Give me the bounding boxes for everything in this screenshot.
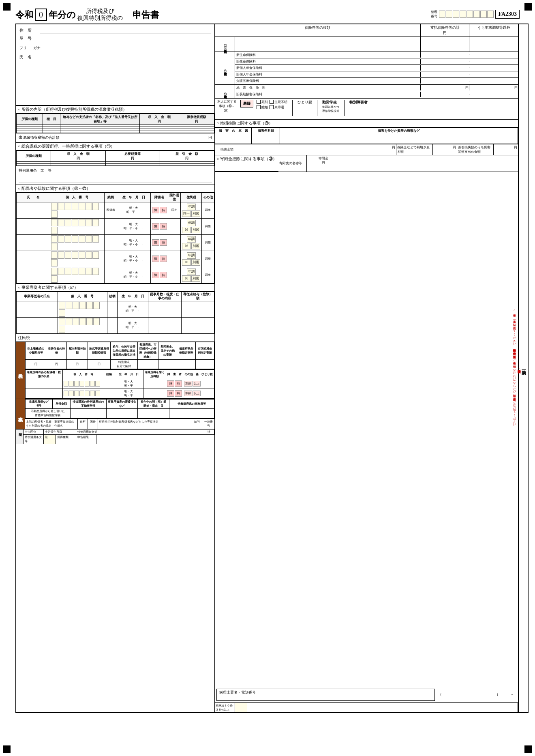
zeiritsu-label: 税率法３０条３５%以上 [215, 703, 235, 712]
kinro-section: 勤労学生 年調以外かつ専修学校校等 [322, 100, 339, 113]
furi-label: フリ [19, 45, 32, 51]
seiri-bottom: 整理欄 申告区分 申告等年月日 特例適用条文等 法 特例適用条文等 法 所得種類 [16, 429, 214, 444]
songai-label: 損害金額 [215, 144, 239, 155]
title-sub1: 所得税及び [77, 8, 123, 15]
header: 令和 0 年分の 所得税及び 復興特別所得税の 申告書 整理 番号 [15, 8, 520, 22]
saihiki-label: 差引損失額のうち災害関連支出の金額 [457, 144, 494, 155]
side-label-column: 第一表 （令和五年分以降用） ○第二表は、第一表と一緒に提出してください。国民年… [518, 24, 528, 712]
family-col-disabled: 障害者 [150, 193, 168, 202]
outside-label: 国外 [88, 419, 98, 429]
check-rikon: 離婚 [257, 105, 268, 110]
hoken-label: 保険金などで補填される額 [396, 144, 433, 155]
corner-bl [3, 745, 11, 753]
title-reiwa: 令和 [15, 9, 33, 21]
ret-col-disabled: 障 害 者 [166, 369, 183, 379]
dedicated-label: 所得税で控除対象配偶者氏などとした専従者名 [98, 419, 192, 429]
business-worker-title: ○ 事業専従者に関する事項（57） [16, 284, 214, 292]
social-insurance-row: ⑬⑭社会保険料控除 [215, 37, 518, 52]
haisai-check-items: 死別 生死不明 [257, 100, 287, 104]
business-worker-section: ○ 事業専従者に関する事項（57） 事業専従者の氏名 個 人 番 号 続柄 生 … [16, 284, 214, 334]
family-address-row: 上記の配偶者・親族・事業専従者氏のうち別居の者の氏名・住所名 住所 国外 所得税… [25, 419, 214, 429]
transfer-col4: 差 引 金 額 円 [160, 150, 214, 161]
disaster-col1: 損 害 の 原 因 [215, 127, 252, 134]
bw-col-relation: 続柄 [107, 292, 117, 301]
ret-row-2: 明・大昭・平 障 特 [26, 389, 214, 398]
seiri-box-3 [453, 11, 459, 18]
shimei-input[interactable] [33, 53, 155, 61]
ret-col-income: 退職所得を除く所得額 [143, 369, 166, 379]
shimei-row: 氏 名 [19, 53, 155, 61]
kyuyo-label: 給与 [192, 419, 202, 429]
corner-br [524, 745, 532, 753]
left-column: 住 所 屋 号 フリ ガナ 氏 名 [16, 24, 215, 712]
ret-col-birthday: 生 年 月 日 [114, 369, 143, 379]
seiri-bottom-content: 申告区分 申告等年月日 特例適用条文等 法 特例適用条文等 法 所得種類 申告期… [24, 430, 214, 444]
income-col2: 種 目 [43, 114, 60, 125]
source-tax-input[interactable] [63, 135, 205, 141]
family-row-4: 明・大 昭・平・令 ・ 障 特 [17, 251, 214, 267]
special-clause-input[interactable] [19, 175, 212, 183]
jutax-col8: 都道府県条例指定寄附 [177, 342, 195, 359]
ret-row-1: 明・大昭・平 障 特 [26, 379, 214, 389]
transfer-col3: 必要経費等 円 [105, 150, 160, 161]
address-section: 住 所 屋 号 フリ ガナ 氏 名 [16, 24, 214, 105]
saihiki-amount: 円 [494, 144, 518, 155]
seiri-bottom-row1: 申告区分 申告等年月日 特例適用条文等 法 [24, 430, 214, 435]
ins-item-shinkojin: 新個人年金保険料 [235, 65, 518, 71]
seiri-bottom-label: 整理欄 [16, 430, 24, 444]
heya-input[interactable] [40, 36, 211, 42]
family-col-mynumber: 個 人 番 号 [50, 193, 104, 202]
check-seishi: 生死不明 [270, 100, 287, 104]
seiri-label: 整理 番号 [431, 10, 437, 19]
seiri-box-2 [446, 11, 452, 18]
business-worker-table: 事業専従者の氏名 個 人 番 号 続柄 生 年 月 日 従事月数・程度・仕事の内… [16, 292, 214, 334]
shinkoku-date-label: 申告等年月日 [44, 430, 76, 434]
furi-row: フリ ガナ [19, 45, 155, 51]
disaster-table: 損 害 の 原 因 損害年月日 損害を受けた資産の種類など [215, 127, 518, 144]
title-sub: 所得税及び 復興特別所得税の [77, 8, 123, 22]
address-row-jyusho: 住 所 [19, 28, 211, 34]
zeiritsu-box [235, 703, 247, 712]
form-id: FA2303 [495, 10, 520, 19]
jutax-col9: 市区町村条例指定寄附 [195, 342, 214, 359]
source-tax-unit: 円 [208, 135, 212, 140]
disaster-section: ○ 雑損控除に関する事項（㉖） 損 害 の 原 因 損害年月日 損害を受けた資産… [215, 119, 518, 155]
special-clause: 特例適用条 文 等 [16, 166, 214, 185]
hitorishin-label: ひとり親 [297, 100, 312, 105]
tax-accountant-box[interactable]: 税理士署名・電話番号 [216, 689, 435, 701]
header-right: 整理 番号 FA2303 [431, 10, 520, 20]
seiri-area: 整理 番号 FA2303 [431, 10, 520, 19]
ins-item-kyusei: 旧生命保険料 [235, 58, 518, 65]
tokubetsu-label: 特例適用条文等 [76, 430, 206, 434]
jigtax-col1: 非課税所得など番号 [26, 399, 53, 408]
seiri-box-7 [480, 11, 487, 18]
donation-amount: 寄附金 円 [307, 155, 340, 172]
donation-title: ○ 寄附金控除に関する事項（㉘） [215, 155, 278, 172]
separator2 [317, 100, 317, 116]
insurance-header: 保険料等の種類 支払保険料等の計 円 うち年末調整等以外 [215, 24, 518, 37]
life-insurance-row: ⑮生命保険料控除 新生命保険料 旧生命保険料 新個人年金保険料 [215, 52, 518, 85]
address-row-heya: 屋 号 [19, 36, 211, 42]
jutax-col5: 給与、公的年金等以外の所得に係る住民税の徴収方法 [110, 342, 137, 359]
income-title: ○ 所得の内訳（所得税及び復興特別所得税の源泉徴収税額） [16, 106, 214, 114]
dash-label: （ ） − [435, 692, 516, 697]
jigtax-table: 非課税所得など番号 所得金額 損益通算の特例適用前の不動産所得 事業用資産の譲渡… [25, 399, 214, 419]
seiri-box-6 [473, 11, 480, 18]
resident-tax-body: 住民税 非上場株式の少額配当等 非居住者の特例 配当割額控除額 株式等譲渡所得割… [16, 342, 214, 399]
ins-col3-header: うち年末調整等以外 [469, 24, 518, 37]
seiri-boxes [439, 11, 494, 18]
tokubetsu-monji: 特例適用条文等 [24, 435, 44, 444]
family-row-5: 明・大 昭・平・令 ・ 障 特 [17, 267, 214, 283]
seiri-bottom-row2: 特例適用条文等 法 所得種類 申告期限 [24, 435, 214, 444]
reiwa-year-box: 0 [35, 9, 47, 21]
bw-col-days: 従事月数・程度・仕事の内容 [148, 292, 181, 301]
empty-right [247, 703, 518, 712]
gana-label: ガナ [33, 45, 41, 51]
jutax-col2: 非居住者の特例 [46, 342, 67, 359]
donation-name-label: 寄附先の名称等 [278, 155, 307, 172]
jyusho-input[interactable] [40, 28, 211, 34]
corner-tr [524, 3, 532, 11]
bw-col-name: 事業専従者の氏名 [17, 292, 58, 301]
source-tax-label: ⑱ 源泉徴収税額の合計額 [19, 135, 60, 140]
row16-label: ⑯地震保険料控除 [215, 85, 235, 98]
